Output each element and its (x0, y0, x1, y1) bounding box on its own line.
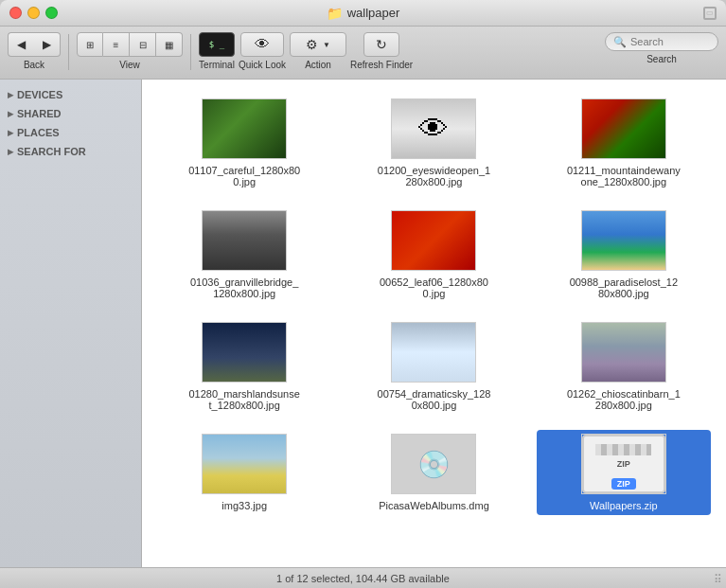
gear-icon: ⚙ (306, 37, 318, 52)
toolbar: ◀ ▶ Back ⊞ ≡ ⊟ ▦ View $ _ Terminal 👁 Qui… (0, 27, 726, 80)
file-thumbnail (391, 322, 476, 383)
view-icon-button[interactable]: ⊞ (77, 32, 103, 57)
file-name: 00652_leaf06_1280x800.jpg (377, 276, 490, 299)
file-item-f3[interactable]: 01211_mountaindewanyone_1280x800.jpg (537, 95, 711, 191)
maximize-button[interactable] (45, 7, 58, 19)
file-item-f6[interactable]: 00988_paradiselost_1280x800.jpg (537, 206, 711, 303)
file-item-f2[interactable]: 👁 01200_eyeswideopen_1280x800.jpg (346, 95, 521, 191)
file-item-f1[interactable]: 01107_careful_1280x800.jpg (157, 95, 331, 191)
file-thumbnail (202, 98, 287, 159)
file-item-f8[interactable]: 00754_dramaticsky_1280x800.jpg (346, 318, 521, 415)
file-grid: 01107_careful_1280x800.jpg 👁 01200_eyesw… (157, 95, 711, 515)
sidebar-section-places: ▶ PLACES (0, 125, 141, 140)
resize-icon: ▭ (703, 7, 717, 20)
triangle-icon: ▶ (8, 148, 13, 156)
toolbar-separator-2 (190, 34, 191, 70)
minimize-button[interactable] (27, 7, 40, 19)
window-title: 📁 wallpaper (327, 6, 400, 21)
title-bar: 📁 wallpaper ▭ (0, 0, 726, 27)
triangle-icon: ▶ (8, 110, 13, 118)
sidebar: ▶ DEVICES ▶ SHARED ▶ PLACES ▶ SEARCH FOR (0, 80, 142, 567)
refresh-group: ↻ Refresh Finder (350, 32, 413, 70)
quicklook-label: Quick Look (239, 60, 286, 70)
main-area: ▶ DEVICES ▶ SHARED ▶ PLACES ▶ SEARCH FOR (0, 80, 726, 567)
sidebar-shared-label: SHARED (17, 108, 61, 119)
file-name: 01107_careful_1280x800.jpg (187, 165, 301, 187)
toolbar-separator-1 (68, 34, 69, 70)
sidebar-section-search-for: ▶ SEARCH FOR (0, 144, 141, 159)
file-thumbnail: 💿 (391, 434, 476, 494)
triangle-icon: ▶ (8, 91, 13, 99)
eye-icon: 👁 (255, 36, 270, 53)
file-thumbnail: ZIPZIP (581, 434, 666, 494)
action-button[interactable]: ⚙ ▼ (290, 32, 346, 57)
file-name: 00754_dramaticsky_1280x800.jpg (377, 388, 490, 411)
window-title-text: wallpaper (347, 6, 400, 20)
action-group: ⚙ ▼ Action (290, 32, 346, 70)
back-label: Back (24, 60, 44, 70)
forward-button[interactable]: ▶ (34, 32, 61, 57)
view-cover-button[interactable]: ▦ (156, 32, 183, 57)
refresh-icon: ↻ (376, 37, 387, 52)
file-thumbnail (202, 434, 287, 494)
view-label: View (119, 60, 140, 70)
search-input[interactable] (630, 36, 710, 47)
file-name: Wallpapers.zip (590, 500, 658, 511)
file-name: PicasaWebAlbums.dmg (379, 500, 489, 511)
sidebar-item-places[interactable]: ▶ PLACES (0, 125, 141, 140)
sidebar-item-devices[interactable]: ▶ DEVICES (0, 87, 141, 102)
refresh-label: Refresh Finder (350, 60, 413, 70)
file-name: 01262_chioscatinbarn_1280x800.jpg (567, 388, 681, 411)
close-button[interactable] (9, 7, 22, 19)
sidebar-item-search-for[interactable]: ▶ SEARCH FOR (0, 144, 141, 159)
sidebar-devices-label: DEVICES (17, 89, 62, 100)
file-item-f12[interactable]: ZIPZIP Wallpapers.zip (537, 430, 711, 515)
file-name: img33.jpg (221, 500, 267, 511)
search-label: Search (646, 54, 677, 64)
search-icon: 🔍 (613, 36, 627, 48)
file-item-f5[interactable]: 00652_leaf06_1280x800.jpg (346, 206, 521, 303)
file-name: 01200_eyeswideopen_1280x800.jpg (377, 165, 490, 187)
quicklook-group: 👁 Quick Look (239, 32, 286, 70)
refresh-button[interactable]: ↻ (363, 32, 399, 57)
window-controls (9, 7, 58, 19)
navigation-group: ◀ ▶ Back (8, 32, 61, 70)
resize-handle-icon[interactable]: ⠿ (714, 573, 722, 586)
view-group: ⊞ ≡ ⊟ ▦ View (77, 32, 183, 70)
status-bar: 1 of 12 selected, 104.44 GB available ⠿ (0, 567, 726, 588)
file-thumbnail (581, 210, 666, 271)
sidebar-searchfor-label: SEARCH FOR (17, 146, 86, 157)
action-label: Action (305, 60, 331, 70)
file-thumbnail (202, 210, 287, 271)
terminal-button[interactable]: $ _ (199, 32, 235, 57)
file-name: 00988_paradiselost_1280x800.jpg (567, 276, 681, 299)
view-list-button[interactable]: ≡ (103, 32, 130, 57)
folder-icon: 📁 (327, 6, 343, 21)
terminal-label: Terminal (199, 60, 235, 70)
file-item-f11[interactable]: 💿 PicasaWebAlbums.dmg (346, 430, 521, 515)
file-name: 01036_granvillebridge_1280x800.jpg (187, 276, 301, 299)
sidebar-places-label: PLACES (17, 127, 60, 138)
sidebar-section-shared: ▶ SHARED (0, 106, 141, 121)
file-item-f9[interactable]: 01262_chioscatinbarn_1280x800.jpg (537, 318, 711, 415)
file-thumbnail (391, 210, 476, 271)
sidebar-section-devices: ▶ DEVICES (0, 87, 141, 102)
sidebar-item-shared[interactable]: ▶ SHARED (0, 106, 141, 121)
triangle-icon: ▶ (8, 129, 13, 137)
dropdown-arrow-icon: ▼ (323, 41, 330, 49)
file-thumbnail: 👁 (391, 98, 476, 159)
view-column-button[interactable]: ⊟ (130, 32, 156, 57)
quicklook-button[interactable]: 👁 (240, 32, 284, 57)
view-mode-buttons: ⊞ ≡ ⊟ ▦ (77, 32, 183, 57)
nav-buttons: ◀ ▶ (8, 32, 61, 57)
file-thumbnail (581, 322, 666, 383)
file-item-f7[interactable]: 01280_marshlandsunset_1280x800.jpg (157, 318, 331, 415)
search-bar: 🔍 Search (605, 32, 718, 64)
file-area: 01107_careful_1280x800.jpg 👁 01200_eyesw… (142, 80, 726, 567)
terminal-group: $ _ Terminal (199, 32, 235, 70)
file-item-f4[interactable]: 01036_granvillebridge_1280x800.jpg (157, 206, 331, 303)
back-button[interactable]: ◀ (8, 32, 34, 57)
file-thumbnail (581, 98, 666, 159)
file-item-f10[interactable]: img33.jpg (157, 430, 331, 515)
search-input-wrap[interactable]: 🔍 (605, 32, 718, 51)
